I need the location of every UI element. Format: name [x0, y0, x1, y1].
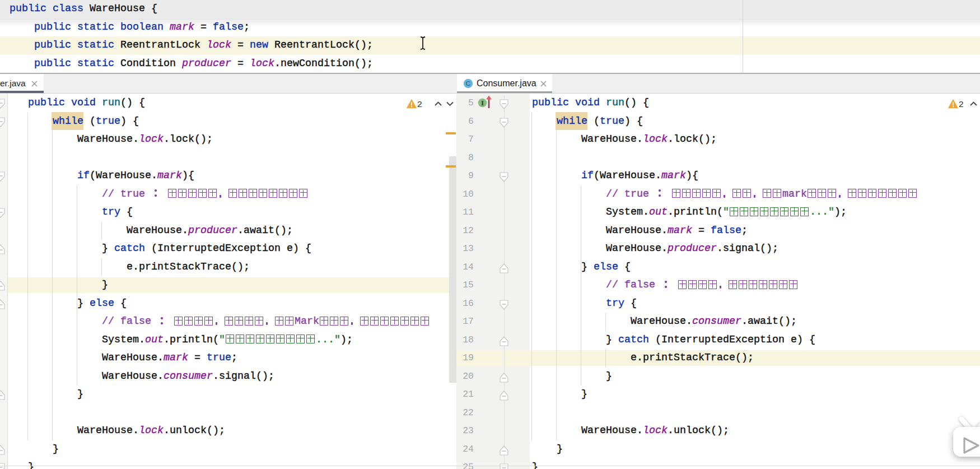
svg-text:C: C	[466, 80, 470, 87]
svg-text:I: I	[481, 99, 484, 107]
